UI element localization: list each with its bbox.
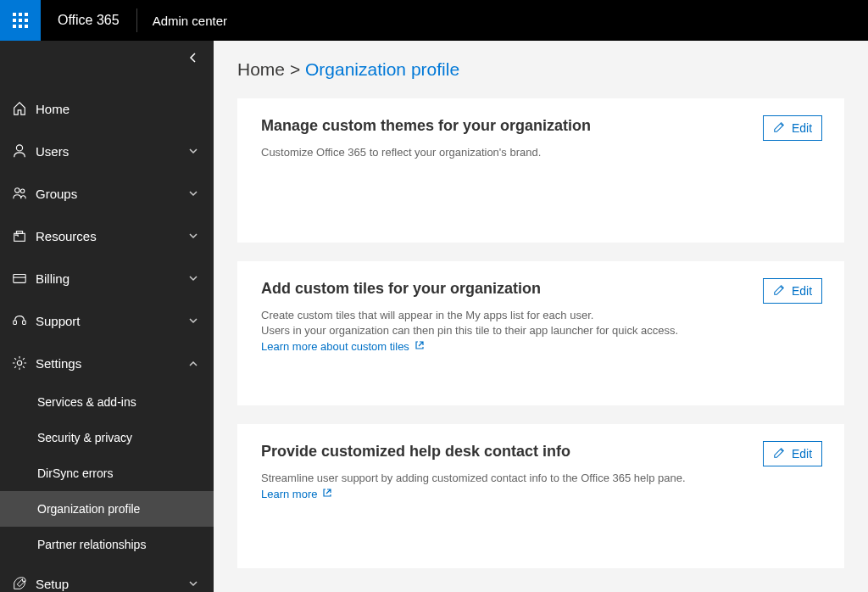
sidebar-item-resources[interactable]: Resources: [0, 215, 214, 257]
card-desc: Users in your organization can then pin …: [261, 323, 821, 338]
learn-more-link[interactable]: Learn more: [261, 488, 332, 500]
pencil-icon: [773, 284, 785, 299]
breadcrumb-sep: >: [290, 59, 300, 79]
card-title: Add custom tiles for your organization: [261, 280, 821, 298]
chevron-down-icon: [188, 271, 198, 286]
external-link-icon: [415, 340, 425, 353]
link-label: Learn more: [261, 488, 317, 500]
chevron-down-icon: [188, 314, 198, 328]
chevron-down-icon: [188, 187, 198, 201]
svg-rect-2: [25, 13, 28, 16]
sidebar-subitem-security[interactable]: Security & privacy: [0, 420, 214, 455]
card-themes: Manage custom themes for your organizati…: [237, 98, 844, 243]
card-desc: Streamline user support by adding custom…: [261, 471, 821, 486]
sidebar-item-label: Setup: [36, 577, 188, 591]
pencil-icon: [773, 121, 785, 136]
main-content: Home > Organization profile Manage custo…: [214, 41, 868, 592]
edit-label: Edit: [792, 447, 812, 461]
breadcrumb: Home > Organization profile: [237, 59, 844, 80]
sidebar-item-billing[interactable]: Billing: [0, 257, 214, 299]
sidebar: Home Users Groups Resources Billing Supp…: [0, 41, 214, 592]
svg-point-10: [15, 188, 19, 193]
svg-rect-0: [13, 13, 16, 16]
chevron-up-icon: [188, 356, 198, 371]
svg-rect-4: [19, 19, 22, 22]
billing-icon: [12, 271, 36, 286]
sidebar-item-support[interactable]: Support: [0, 299, 214, 342]
card-desc: Create custom tiles that will appear in …: [261, 308, 821, 323]
svg-point-11: [20, 189, 25, 193]
svg-rect-17: [23, 321, 26, 325]
sidebar-item-label: Settings: [36, 356, 188, 371]
svg-rect-13: [16, 232, 22, 234]
sidebar-item-label: Users: [36, 144, 188, 159]
svg-rect-5: [25, 19, 28, 22]
card-title: Provide customized help desk contact inf…: [261, 443, 821, 461]
chevron-down-icon: [188, 229, 198, 243]
sidebar-subitem-org-profile[interactable]: Organization profile: [0, 491, 214, 527]
sidebar-item-home[interactable]: Home: [0, 87, 214, 130]
sidebar-item-label: Home: [36, 102, 198, 116]
home-icon: [12, 101, 36, 116]
support-icon: [12, 313, 36, 328]
sidebar-subitem-services[interactable]: Services & add-ins: [0, 384, 214, 420]
admin-center-title: Admin center: [137, 14, 242, 28]
sidebar-subitem-partner[interactable]: Partner relationships: [0, 527, 214, 562]
sidebar-item-users[interactable]: Users: [0, 130, 214, 172]
edit-label: Edit: [792, 121, 812, 135]
sub-label: DirSync errors: [37, 466, 113, 480]
link-label: Learn more about custom tiles: [261, 340, 409, 353]
svg-rect-6: [13, 25, 16, 28]
sidebar-item-settings[interactable]: Settings: [0, 342, 214, 384]
edit-button[interactable]: Edit: [763, 115, 822, 141]
card-helpdesk: Provide customized help desk contact inf…: [237, 424, 844, 568]
app-launcher-icon[interactable]: [0, 0, 41, 41]
users-icon: [12, 143, 36, 159]
setup-icon: [12, 576, 36, 591]
sidebar-item-label: Billing: [36, 271, 188, 286]
gear-icon: [12, 355, 36, 371]
svg-rect-14: [14, 275, 25, 283]
sidebar-item-label: Resources: [36, 229, 188, 243]
card-title: Manage custom themes for your organizati…: [261, 117, 821, 135]
chevron-down-icon: [188, 144, 198, 159]
breadcrumb-current: Organization profile: [305, 59, 459, 79]
edit-label: Edit: [792, 284, 812, 298]
top-bar: Office 365 Admin center: [0, 0, 868, 41]
svg-rect-16: [14, 321, 17, 325]
sidebar-item-label: Support: [36, 314, 188, 328]
svg-rect-3: [13, 19, 16, 22]
card-tiles: Add custom tiles for your organization C…: [237, 261, 844, 405]
collapse-sidebar-icon[interactable]: [188, 51, 198, 66]
sub-label: Organization profile: [37, 502, 140, 516]
sidebar-item-groups[interactable]: Groups: [0, 172, 214, 215]
edit-button[interactable]: Edit: [763, 441, 822, 466]
chevron-down-icon: [188, 577, 198, 591]
card-desc: Customize Office 365 to reflect your org…: [261, 145, 821, 160]
sub-label: Services & add-ins: [37, 395, 136, 409]
resources-icon: [12, 228, 36, 243]
sidebar-item-label: Groups: [36, 187, 188, 201]
pencil-icon: [773, 447, 785, 461]
learn-more-link[interactable]: Learn more about custom tiles: [261, 340, 425, 353]
svg-rect-7: [19, 25, 22, 28]
nav: Home Users Groups Resources Billing Supp…: [0, 41, 214, 592]
brand-title: Office 365: [41, 13, 136, 28]
groups-icon: [12, 186, 36, 201]
sub-label: Partner relationships: [37, 538, 146, 551]
breadcrumb-root[interactable]: Home: [237, 59, 285, 79]
sub-label: Security & privacy: [37, 431, 132, 444]
edit-button[interactable]: Edit: [763, 278, 822, 304]
sidebar-item-setup[interactable]: Setup: [0, 562, 214, 592]
svg-rect-8: [25, 25, 28, 28]
svg-point-18: [17, 360, 21, 365]
external-link-icon: [322, 488, 332, 500]
svg-rect-1: [19, 13, 22, 16]
svg-point-9: [16, 145, 22, 151]
sidebar-subitem-dirsync[interactable]: DirSync errors: [0, 455, 214, 491]
